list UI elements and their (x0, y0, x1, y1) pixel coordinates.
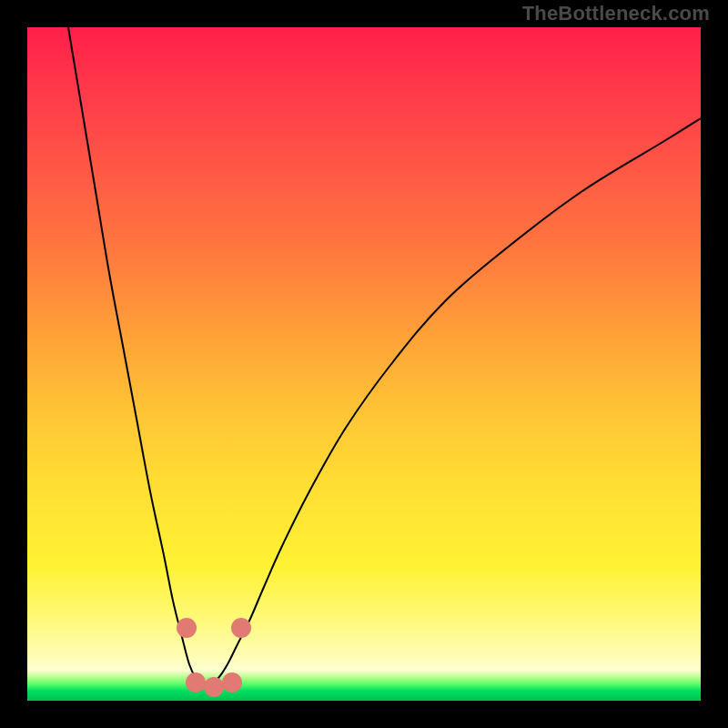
watermark-text: TheBottleneck.com (522, 2, 710, 25)
chart-frame: TheBottleneck.com (0, 0, 728, 728)
plot-background-gradient (27, 27, 701, 701)
